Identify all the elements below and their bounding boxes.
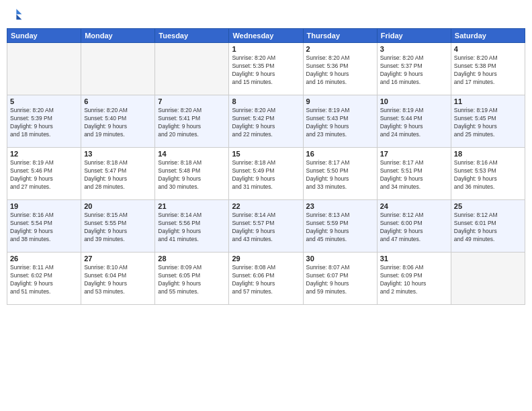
- weekday-header-thursday: Thursday: [303, 29, 377, 43]
- day-info: Sunrise: 8:14 AM Sunset: 5:57 PM Dayligh…: [232, 212, 300, 244]
- day-info: Sunrise: 8:13 AM Sunset: 5:59 PM Dayligh…: [306, 212, 374, 244]
- calendar-day: 16Sunrise: 8:17 AM Sunset: 5:50 PM Dayli…: [303, 148, 377, 200]
- weekday-header-sunday: Sunday: [7, 29, 81, 43]
- day-number: 22: [232, 202, 300, 210]
- weekday-header-saturday: Saturday: [451, 29, 525, 43]
- calendar-day: 24Sunrise: 8:12 AM Sunset: 6:00 PM Dayli…: [377, 200, 451, 253]
- calendar-day: 17Sunrise: 8:17 AM Sunset: 5:51 PM Dayli…: [377, 148, 451, 200]
- day-number: 8: [232, 97, 300, 105]
- calendar-day: 10Sunrise: 8:19 AM Sunset: 5:44 PM Dayli…: [377, 95, 451, 148]
- weekday-header-monday: Monday: [81, 29, 155, 43]
- svg-marker-1: [16, 14, 21, 19]
- calendar-day: 23Sunrise: 8:13 AM Sunset: 5:59 PM Dayli…: [303, 200, 377, 253]
- svg-marker-0: [16, 9, 21, 14]
- day-info: Sunrise: 8:18 AM Sunset: 5:47 PM Dayligh…: [84, 159, 152, 191]
- calendar-day: [7, 43, 81, 95]
- calendar-day: 3Sunrise: 8:20 AM Sunset: 5:37 PM Daylig…: [377, 43, 451, 95]
- calendar-day: 1Sunrise: 8:20 AM Sunset: 5:35 PM Daylig…: [229, 43, 303, 95]
- day-info: Sunrise: 8:11 AM Sunset: 6:02 PM Dayligh…: [10, 264, 78, 296]
- day-number: 17: [380, 150, 448, 158]
- calendar-day: 7Sunrise: 8:20 AM Sunset: 5:41 PM Daylig…: [155, 95, 229, 148]
- day-info: Sunrise: 8:18 AM Sunset: 5:49 PM Dayligh…: [232, 159, 300, 191]
- calendar-header: SundayMondayTuesdayWednesdayThursdayFrid…: [7, 29, 525, 43]
- day-info: Sunrise: 8:20 AM Sunset: 5:42 PM Dayligh…: [232, 107, 300, 139]
- calendar-day: 30Sunrise: 8:07 AM Sunset: 6:07 PM Dayli…: [303, 253, 377, 305]
- calendar-day: 11Sunrise: 8:19 AM Sunset: 5:45 PM Dayli…: [451, 95, 525, 148]
- day-info: Sunrise: 8:20 AM Sunset: 5:37 PM Dayligh…: [380, 54, 448, 87]
- day-info: Sunrise: 8:14 AM Sunset: 5:56 PM Dayligh…: [158, 212, 226, 244]
- calendar-table: SundayMondayTuesdayWednesdayThursdayFrid…: [7, 28, 525, 305]
- day-number: 29: [232, 255, 300, 263]
- day-number: 19: [10, 202, 78, 210]
- calendar-week-row: 5Sunrise: 8:20 AM Sunset: 5:39 PM Daylig…: [7, 95, 525, 148]
- day-info: Sunrise: 8:17 AM Sunset: 5:50 PM Dayligh…: [306, 159, 374, 191]
- day-number: 9: [306, 97, 374, 105]
- day-number: 10: [380, 97, 448, 105]
- calendar-day: 5Sunrise: 8:20 AM Sunset: 5:39 PM Daylig…: [7, 95, 81, 148]
- day-info: Sunrise: 8:19 AM Sunset: 5:43 PM Dayligh…: [306, 107, 374, 139]
- day-info: Sunrise: 8:19 AM Sunset: 5:44 PM Dayligh…: [380, 107, 448, 139]
- day-number: 20: [84, 202, 152, 210]
- day-number: 31: [380, 255, 448, 263]
- day-number: 5: [10, 97, 78, 105]
- calendar-week-row: 1Sunrise: 8:20 AM Sunset: 5:35 PM Daylig…: [7, 43, 525, 95]
- calendar-day: 20Sunrise: 8:15 AM Sunset: 5:55 PM Dayli…: [81, 200, 155, 253]
- day-number: 3: [380, 45, 448, 53]
- day-info: Sunrise: 8:15 AM Sunset: 5:55 PM Dayligh…: [84, 212, 152, 244]
- calendar-day: 15Sunrise: 8:18 AM Sunset: 5:49 PM Dayli…: [229, 148, 303, 200]
- day-info: Sunrise: 8:10 AM Sunset: 6:04 PM Dayligh…: [84, 264, 152, 296]
- day-info: Sunrise: 8:08 AM Sunset: 6:06 PM Dayligh…: [232, 264, 300, 296]
- day-number: 1: [232, 45, 300, 53]
- logo: [7, 7, 26, 23]
- calendar-day: 21Sunrise: 8:14 AM Sunset: 5:56 PM Dayli…: [155, 200, 229, 253]
- weekday-header-friday: Friday: [377, 29, 451, 43]
- calendar-day: 12Sunrise: 8:19 AM Sunset: 5:46 PM Dayli…: [7, 148, 81, 200]
- day-number: 4: [454, 45, 522, 53]
- day-info: Sunrise: 8:06 AM Sunset: 6:09 PM Dayligh…: [380, 264, 448, 296]
- calendar-day: 18Sunrise: 8:16 AM Sunset: 5:53 PM Dayli…: [451, 148, 525, 200]
- day-number: 2: [306, 45, 374, 53]
- day-info: Sunrise: 8:20 AM Sunset: 5:38 PM Dayligh…: [454, 54, 522, 87]
- page: SundayMondayTuesdayWednesdayThursdayFrid…: [0, 0, 532, 411]
- calendar-day: 14Sunrise: 8:18 AM Sunset: 5:48 PM Dayli…: [155, 148, 229, 200]
- day-number: 27: [84, 255, 152, 263]
- day-number: 18: [454, 150, 522, 158]
- day-number: 24: [380, 202, 448, 210]
- day-number: 16: [306, 150, 374, 158]
- day-number: 7: [158, 97, 226, 105]
- calendar-day: 4Sunrise: 8:20 AM Sunset: 5:38 PM Daylig…: [451, 43, 525, 95]
- weekday-header-tuesday: Tuesday: [155, 29, 229, 43]
- logo-icon: [7, 7, 23, 23]
- calendar-day: [451, 253, 525, 305]
- day-number: 12: [10, 150, 78, 158]
- calendar-day: 26Sunrise: 8:11 AM Sunset: 6:02 PM Dayli…: [7, 253, 81, 305]
- day-info: Sunrise: 8:20 AM Sunset: 5:41 PM Dayligh…: [158, 107, 226, 139]
- calendar-day: 31Sunrise: 8:06 AM Sunset: 6:09 PM Dayli…: [377, 253, 451, 305]
- day-info: Sunrise: 8:18 AM Sunset: 5:48 PM Dayligh…: [158, 159, 226, 191]
- day-number: 6: [84, 97, 152, 105]
- calendar-day: 9Sunrise: 8:19 AM Sunset: 5:43 PM Daylig…: [303, 95, 377, 148]
- weekday-header-row: SundayMondayTuesdayWednesdayThursdayFrid…: [7, 29, 525, 43]
- day-info: Sunrise: 8:16 AM Sunset: 5:53 PM Dayligh…: [454, 159, 522, 191]
- day-number: 21: [158, 202, 226, 210]
- day-info: Sunrise: 8:12 AM Sunset: 6:01 PM Dayligh…: [454, 212, 522, 244]
- day-info: Sunrise: 8:20 AM Sunset: 5:35 PM Dayligh…: [232, 54, 300, 87]
- calendar-day: 22Sunrise: 8:14 AM Sunset: 5:57 PM Dayli…: [229, 200, 303, 253]
- header: [7, 7, 525, 23]
- day-info: Sunrise: 8:17 AM Sunset: 5:51 PM Dayligh…: [380, 159, 448, 191]
- day-info: Sunrise: 8:20 AM Sunset: 5:39 PM Dayligh…: [10, 107, 78, 139]
- calendar-week-row: 26Sunrise: 8:11 AM Sunset: 6:02 PM Dayli…: [7, 253, 525, 305]
- calendar-day: 25Sunrise: 8:12 AM Sunset: 6:01 PM Dayli…: [451, 200, 525, 253]
- day-info: Sunrise: 8:09 AM Sunset: 6:05 PM Dayligh…: [158, 264, 226, 296]
- calendar-day: 2Sunrise: 8:20 AM Sunset: 5:36 PM Daylig…: [303, 43, 377, 95]
- day-info: Sunrise: 8:16 AM Sunset: 5:54 PM Dayligh…: [10, 212, 78, 244]
- day-number: 26: [10, 255, 78, 263]
- day-number: 14: [158, 150, 226, 158]
- day-number: 15: [232, 150, 300, 158]
- day-number: 28: [158, 255, 226, 263]
- calendar-body: 1Sunrise: 8:20 AM Sunset: 5:35 PM Daylig…: [7, 43, 525, 305]
- day-number: 11: [454, 97, 522, 105]
- day-number: 23: [306, 202, 374, 210]
- calendar-day: [155, 43, 229, 95]
- calendar-day: 8Sunrise: 8:20 AM Sunset: 5:42 PM Daylig…: [229, 95, 303, 148]
